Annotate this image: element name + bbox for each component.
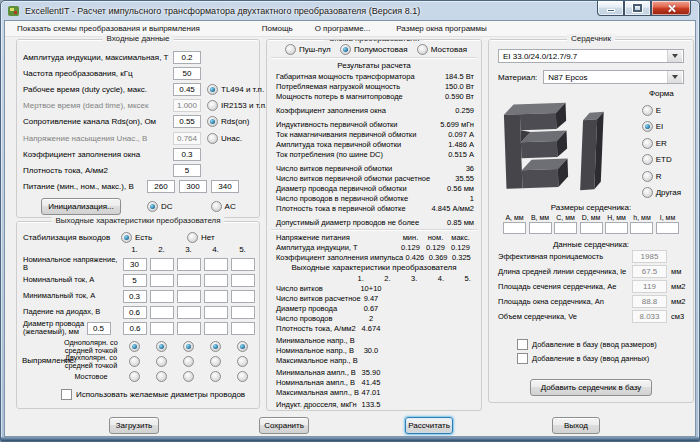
diode-drop-1[interactable] xyxy=(123,306,147,319)
menu-item-window-size[interactable]: Размер окна программы xyxy=(388,21,495,36)
dc-radio[interactable] xyxy=(147,201,158,212)
bridge-radio[interactable] xyxy=(417,44,428,55)
nominal-current-3[interactable] xyxy=(177,274,201,287)
rds-radio[interactable] xyxy=(207,116,218,127)
size-h2-input[interactable] xyxy=(630,222,653,234)
nominal-voltage-2[interactable] xyxy=(150,258,174,271)
nominal-current-4[interactable] xyxy=(204,274,228,287)
wire-diameter-4[interactable] xyxy=(204,322,228,335)
supply-min-input[interactable] xyxy=(147,180,175,193)
diode-drop-5[interactable] xyxy=(231,306,255,319)
result-value: 4.845 А/мм2 xyxy=(424,204,474,213)
rect-bi-3[interactable] xyxy=(183,356,194,367)
rect-bi-1[interactable] xyxy=(129,356,140,367)
shape-etd-radio[interactable] xyxy=(642,154,653,165)
size-i-input[interactable] xyxy=(656,222,679,234)
supply-max-input[interactable] xyxy=(211,180,239,193)
use-desired-diameters-checkbox[interactable] xyxy=(61,389,72,400)
rect-br-2[interactable] xyxy=(156,371,167,382)
rect-br-5[interactable] xyxy=(237,371,248,382)
diode-drop-3[interactable] xyxy=(177,306,201,319)
rect-uni-2[interactable] xyxy=(156,341,167,352)
size-c-input[interactable] xyxy=(554,222,577,234)
nominal-voltage-4[interactable] xyxy=(204,258,228,271)
titlebar[interactable]: ExcellentIT - Расчет импульсного трансфо… xyxy=(1,1,699,20)
wire-diameter-5[interactable] xyxy=(231,322,255,335)
nominal-current-1[interactable] xyxy=(123,274,147,287)
out-value: 35.90 xyxy=(356,368,386,377)
calculate-button[interactable]: Рассчитать xyxy=(405,417,453,434)
minimal-current-3[interactable] xyxy=(177,290,201,303)
out-label: Минимальное напр., В xyxy=(276,336,356,345)
minimize-button[interactable] xyxy=(597,1,624,16)
diode-drop-2[interactable] xyxy=(150,306,174,319)
diode-drop-4[interactable] xyxy=(204,306,228,319)
chevron-down-icon[interactable] xyxy=(667,50,682,62)
rect-uni-4[interactable] xyxy=(210,341,221,352)
rect-br-4[interactable] xyxy=(210,371,221,382)
nominal-voltage-3[interactable] xyxy=(177,258,201,271)
dc-radio-label: DC xyxy=(161,202,173,211)
rect-br-1[interactable] xyxy=(129,371,140,382)
duty-input[interactable] xyxy=(173,83,201,96)
wire-diameter-3[interactable] xyxy=(177,322,201,335)
shape-other-radio[interactable] xyxy=(642,187,653,198)
supply-nom-input[interactable] xyxy=(179,180,207,193)
nominal-voltage-5[interactable] xyxy=(231,258,255,271)
rect-bi-5[interactable] xyxy=(237,356,248,367)
minimal-current-1[interactable] xyxy=(123,290,147,303)
rect-uni-5[interactable] xyxy=(237,341,248,352)
exit-button[interactable]: Выход xyxy=(552,417,600,434)
wire-diameter-2[interactable] xyxy=(150,322,174,335)
usat-radio[interactable] xyxy=(207,133,218,144)
size-h-input[interactable] xyxy=(605,222,628,234)
size-b-input[interactable] xyxy=(529,222,552,234)
nominal-current-5[interactable] xyxy=(231,274,255,287)
core-select[interactable]: EI 33.0/24.0/12.7/9.7 xyxy=(498,49,684,63)
add-db-sizes-checkbox[interactable] xyxy=(517,339,528,350)
stab-no-radio[interactable] xyxy=(187,232,198,243)
fill-factor-input[interactable] xyxy=(173,148,201,161)
minimal-current-2[interactable] xyxy=(150,290,174,303)
minimal-current-4[interactable] xyxy=(204,290,228,303)
menu-item-about[interactable]: О программе... xyxy=(307,21,379,36)
halfbridge-radio[interactable] xyxy=(340,44,351,55)
init-button[interactable]: Инициализация... xyxy=(41,198,121,215)
add-core-button[interactable]: Добавить сердечник в базу xyxy=(530,379,652,396)
shape-r-radio[interactable] xyxy=(642,171,653,182)
rect-br-3[interactable] xyxy=(183,371,194,382)
material-select[interactable]: N87 Epcos xyxy=(543,70,684,84)
add-db-data-checkbox[interactable] xyxy=(517,353,528,364)
nominal-voltage-1[interactable] xyxy=(123,258,147,271)
size-a-input[interactable] xyxy=(503,222,526,234)
rds-input[interactable] xyxy=(173,115,201,128)
shape-e-radio[interactable] xyxy=(642,105,653,116)
shape-ei-radio[interactable] xyxy=(642,121,653,132)
tl494-radio[interactable] xyxy=(207,84,218,95)
rect-uni-1[interactable] xyxy=(129,341,140,352)
nominal-current-2[interactable] xyxy=(150,274,174,287)
maximize-button[interactable] xyxy=(624,1,651,16)
minimal-current-5[interactable] xyxy=(231,290,255,303)
ir2153-radio[interactable] xyxy=(207,100,218,111)
menu-item-help[interactable]: Помощь xyxy=(254,21,301,36)
rect-uni-3[interactable] xyxy=(183,341,194,352)
group-output-characteristics: Выходные характеристики преобразователя … xyxy=(16,221,260,409)
save-button[interactable]: Сохранить xyxy=(259,417,309,434)
wire-diameter-desired[interactable] xyxy=(87,322,111,335)
load-button[interactable]: Загрузить xyxy=(109,417,159,434)
ac-radio[interactable] xyxy=(211,201,222,212)
current-density-input[interactable] xyxy=(173,164,201,177)
induction-input[interactable] xyxy=(173,51,201,64)
pushpull-radio[interactable] xyxy=(285,44,296,55)
shape-er-radio[interactable] xyxy=(642,138,653,149)
frequency-input[interactable] xyxy=(173,67,201,80)
size-d-input[interactable] xyxy=(580,222,603,234)
stab-yes-radio[interactable] xyxy=(121,232,132,243)
rect-bi-4[interactable] xyxy=(210,356,221,367)
close-button[interactable] xyxy=(651,1,691,16)
shape-er-label: ER xyxy=(656,139,667,148)
wire-diameter-1[interactable] xyxy=(123,322,147,335)
rect-bi-2[interactable] xyxy=(156,356,167,367)
chevron-down-icon[interactable] xyxy=(667,71,682,83)
